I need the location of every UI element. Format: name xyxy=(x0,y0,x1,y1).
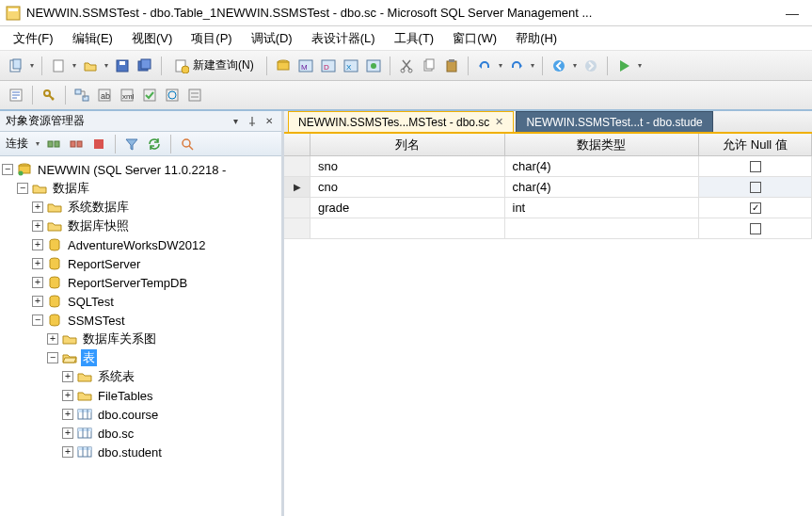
close-icon[interactable]: ✕ xyxy=(263,115,276,128)
row-selector-active[interactable]: ▶ xyxy=(284,177,310,197)
menu-debug[interactable]: 调试(D) xyxy=(244,28,300,49)
tree-table-sc[interactable]: + dbo.sc xyxy=(2,424,279,443)
new-query-button[interactable]: 新建查询(N) xyxy=(167,56,261,76)
expand-icon[interactable]: + xyxy=(62,409,73,420)
refresh-icon[interactable] xyxy=(144,134,165,154)
menu-tabledesigner[interactable]: 表设计器(L) xyxy=(304,28,383,49)
tree-tables-node[interactable]: − 表 xyxy=(2,348,279,367)
checkbox-unchecked-icon[interactable] xyxy=(750,223,761,234)
object-explorer-tree[interactable]: − NEWWIN (SQL Server 11.0.2218 - − 数据库 +… xyxy=(0,156,281,516)
tree-db-ssmstest[interactable]: − SSMSTest xyxy=(2,311,279,330)
dropdown-icon[interactable]: ▾ xyxy=(103,61,110,70)
menu-help[interactable]: 帮助(H) xyxy=(508,28,565,49)
pin-icon[interactable] xyxy=(246,115,259,128)
cell-allow-null[interactable] xyxy=(699,218,812,238)
tree-db-snapshots-node[interactable]: + 数据库快照 xyxy=(2,217,279,235)
menu-window[interactable]: 窗口(W) xyxy=(445,28,504,49)
panel-dropdown-icon[interactable]: ▾ xyxy=(229,115,242,128)
connect-icon[interactable] xyxy=(43,134,64,154)
indexes-icon[interactable]: ab xyxy=(94,85,115,105)
cut-icon[interactable] xyxy=(396,56,417,76)
mdx-query-icon[interactable]: M xyxy=(295,56,316,76)
expand-icon[interactable]: + xyxy=(62,427,73,439)
expand-icon[interactable]: + xyxy=(62,371,73,382)
cell-data-type[interactable] xyxy=(505,218,700,238)
expand-icon[interactable]: + xyxy=(62,446,73,458)
db-engine-query-icon[interactable] xyxy=(273,56,294,76)
tree-system-tables-node[interactable]: + 系统表 xyxy=(2,367,279,386)
checkbox-checked-icon[interactable] xyxy=(750,202,761,214)
tree-table-student[interactable]: + dbo.student xyxy=(2,443,279,461)
column-header-type[interactable]: 数据类型 xyxy=(505,134,700,155)
cell-data-type[interactable]: char(4) xyxy=(505,156,700,176)
tree-system-databases-node[interactable]: + 系统数据库 xyxy=(2,198,279,217)
save-all-icon[interactable] xyxy=(135,56,155,76)
search-icon[interactable] xyxy=(177,134,198,154)
dropdown-icon[interactable]: ▾ xyxy=(71,61,78,70)
tree-db-reportserver[interactable]: + ReportServer xyxy=(2,254,279,273)
expand-icon[interactable]: + xyxy=(47,333,58,345)
table-designer-grid[interactable]: 列名 数据类型 允许 Null 值 sno char(4) ▶ cno char… xyxy=(284,134,812,516)
row-selector[interactable] xyxy=(284,198,310,218)
checkbox-unchecked-icon[interactable] xyxy=(750,161,761,172)
expand-icon[interactable]: + xyxy=(32,239,43,250)
start-debug-icon[interactable] xyxy=(613,56,634,76)
manage-indexes-icon[interactable] xyxy=(184,85,205,105)
dropdown-icon[interactable]: ▾ xyxy=(28,61,36,70)
stop-icon[interactable] xyxy=(88,134,109,154)
tree-db-sqltest[interactable]: + SQLTest xyxy=(2,292,279,311)
collapse-icon[interactable]: − xyxy=(17,183,28,194)
copy-icon[interactable] xyxy=(419,56,439,76)
menu-edit[interactable]: 编辑(E) xyxy=(65,28,120,49)
expand-icon[interactable]: + xyxy=(32,220,43,232)
save-icon[interactable] xyxy=(112,56,133,76)
table-row-empty[interactable] xyxy=(284,218,812,239)
row-selector[interactable] xyxy=(284,218,310,238)
check-constraints-icon[interactable] xyxy=(139,85,160,105)
disconnect-icon[interactable] xyxy=(66,134,87,154)
relationships-icon[interactable] xyxy=(72,85,92,105)
tab-dbo-student[interactable]: NEWWIN.SSMSTest...t - dbo.stude xyxy=(516,111,712,132)
collapse-icon[interactable]: − xyxy=(47,352,58,363)
nav-back-icon[interactable] xyxy=(549,56,569,76)
fulltext-index-icon[interactable]: xml xyxy=(117,85,137,105)
cell-data-type[interactable]: char(4) xyxy=(505,177,700,197)
row-selector[interactable] xyxy=(284,156,310,176)
menu-view[interactable]: 视图(V) xyxy=(124,28,180,49)
expand-icon[interactable]: + xyxy=(32,296,43,307)
dropdown-icon[interactable]: ▾ xyxy=(34,139,41,148)
filter-icon[interactable] xyxy=(121,134,142,154)
tree-server-node[interactable]: − NEWWIN (SQL Server 11.0.2218 - xyxy=(2,160,279,179)
tree-databases-node[interactable]: − 数据库 xyxy=(2,179,279,198)
close-icon[interactable]: ✕ xyxy=(495,116,503,128)
expand-icon[interactable]: + xyxy=(32,258,43,269)
generate-script-icon[interactable] xyxy=(6,85,26,105)
redo-icon[interactable] xyxy=(506,56,527,76)
collapse-icon[interactable]: − xyxy=(2,164,13,175)
paste-icon[interactable] xyxy=(441,56,462,76)
undo-icon[interactable] xyxy=(474,56,495,76)
tree-filetables-node[interactable]: + FileTables xyxy=(2,386,279,405)
menu-file[interactable]: 文件(F) xyxy=(6,28,61,49)
new-project-icon[interactable] xyxy=(6,56,26,76)
cell-allow-null[interactable] xyxy=(699,177,812,197)
expand-icon[interactable]: + xyxy=(62,390,73,401)
cell-allow-null[interactable] xyxy=(699,156,812,176)
tree-diagrams-node[interactable]: + 数据库关系图 xyxy=(2,330,279,348)
table-row[interactable]: sno char(4) xyxy=(284,156,812,177)
nav-forward-icon[interactable] xyxy=(581,56,601,76)
menu-project[interactable]: 项目(P) xyxy=(183,28,239,49)
cell-allow-null[interactable] xyxy=(699,198,812,218)
minimize-button[interactable]: — xyxy=(786,6,799,21)
menu-tools[interactable]: 工具(T) xyxy=(387,28,442,49)
tree-db-reportservertemp[interactable]: + ReportServerTempDB xyxy=(2,273,279,292)
column-header-name[interactable]: 列名 xyxy=(310,134,505,155)
xmla-query-icon[interactable]: X xyxy=(341,56,361,76)
cell-column-name[interactable]: grade xyxy=(310,198,505,218)
cell-column-name[interactable] xyxy=(310,218,505,238)
tab-dbo-sc[interactable]: NEWWIN.SSMSTes...MSTest - dbo.sc ✕ xyxy=(288,111,514,132)
collapse-icon[interactable]: − xyxy=(32,314,43,326)
primary-key-icon[interactable] xyxy=(39,85,59,105)
dropdown-icon[interactable]: ▾ xyxy=(529,61,536,70)
cell-column-name[interactable]: cno xyxy=(310,177,505,197)
